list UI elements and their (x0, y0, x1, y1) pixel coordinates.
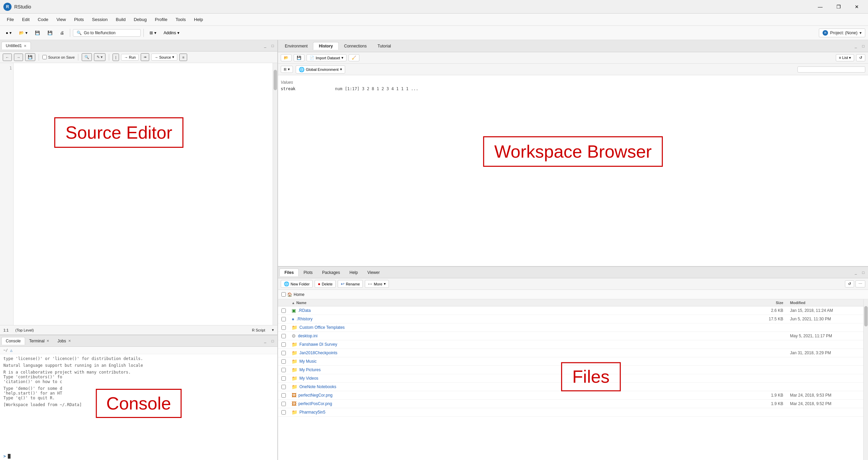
global-env-button[interactable]: 🌐 Global Environment ▾ (296, 65, 345, 74)
terminal-tab[interactable]: Terminal ✕ (25, 337, 53, 345)
file-checkbox-mypictures[interactable] (281, 368, 292, 372)
go-to-file-input[interactable]: 🔍 Go to file/function (73, 29, 141, 37)
run-button[interactable]: → Run (121, 54, 139, 61)
r-language-button[interactable]: R ▾ (281, 66, 293, 73)
file-checkbox-rhistory[interactable] (281, 317, 292, 321)
file-name-rhistory[interactable]: ● .Rhistory (292, 316, 756, 322)
list-view-button[interactable]: ≡ (179, 54, 187, 61)
files-more-button[interactable]: ⋯ (855, 280, 865, 287)
grid-button[interactable]: ⊞ ▾ (146, 29, 159, 37)
clear-workspace-button[interactable]: 🧹 (349, 54, 359, 61)
delete-button[interactable]: ● Delete (315, 280, 336, 288)
file-name-custom-office[interactable]: 📁 Custom Office Templates (292, 325, 756, 330)
files-scrollbar-thumb[interactable] (864, 306, 868, 326)
files-tab[interactable]: Files (279, 268, 299, 276)
file-checkbox-jan2018[interactable] (281, 351, 292, 355)
menu-view[interactable]: View (52, 16, 70, 23)
scope-level[interactable]: (Top Level) (15, 328, 34, 332)
files-scrollbar[interactable] (863, 299, 868, 460)
file-name-rdata[interactable]: ▣ .RData (292, 308, 756, 313)
save-button[interactable]: 💾 (32, 29, 43, 37)
file-checkbox-pharmacy5in5[interactable] (281, 410, 292, 415)
modified-col-header[interactable]: Modified (790, 301, 865, 305)
minimize-source-button[interactable]: _ (262, 42, 269, 49)
menu-code[interactable]: Code (34, 16, 52, 23)
file-checkbox-custom-office[interactable] (281, 325, 292, 330)
refresh-button[interactable]: ↺ (856, 54, 865, 61)
menu-debug[interactable]: Debug (130, 16, 151, 23)
print-button[interactable]: 🖨 (57, 29, 67, 37)
menu-build[interactable]: Build (112, 16, 130, 23)
source-button[interactable]: → Source ▾ (151, 54, 177, 61)
new-script-button[interactable]: ● ▾ (3, 29, 15, 37)
size-col-header[interactable]: Size (756, 301, 790, 305)
file-checkbox-mymusic[interactable] (281, 359, 292, 364)
maximize-button[interactable]: ❐ (831, 1, 846, 12)
minimize-files-button[interactable]: _ (852, 269, 859, 276)
source-on-save-label[interactable]: Source on Save (42, 55, 75, 59)
load-workspace-button[interactable]: 📂 (281, 54, 292, 61)
maximize-source-button[interactable]: □ (269, 42, 276, 49)
history-tab[interactable]: History (313, 42, 338, 50)
jobs-tab[interactable]: Jobs ✕ (53, 337, 75, 345)
source-tab-close[interactable]: ✕ (24, 44, 26, 48)
menu-plots[interactable]: Plots (70, 16, 88, 23)
script-type-chevron[interactable]: ▾ (272, 328, 274, 332)
code-tools-button[interactable]: ✎ ▾ (94, 53, 105, 61)
menu-profile[interactable]: Profile (151, 16, 172, 23)
source-tab-untitled1[interactable]: Untitled1 ✕ (1, 42, 31, 49)
list-view-button[interactable]: ≡ List ▾ (836, 54, 854, 61)
file-name-jan2018[interactable]: 📁 Jan2018Checkpoints (292, 350, 756, 356)
file-checkbox-rdata[interactable] (281, 308, 292, 313)
file-checkbox-fanshawe[interactable] (281, 342, 292, 347)
packages-tab[interactable]: Packages (317, 269, 345, 276)
close-button[interactable]: ✕ (849, 1, 865, 12)
back-button[interactable]: ← (3, 54, 12, 61)
maximize-workspace-button[interactable]: □ (860, 43, 867, 49)
file-checkbox-desktop-ini[interactable] (281, 334, 292, 338)
file-name-desktop-ini[interactable]: ⚙ desktop.ini (292, 333, 756, 339)
console-tab[interactable]: Console (1, 337, 25, 345)
file-name-onenote[interactable]: 📁 OneNote Notebooks (292, 384, 756, 389)
menu-edit[interactable]: Edit (18, 16, 34, 23)
project-badge[interactable]: R Project: (None) ▾ (819, 28, 865, 37)
env-row-streak[interactable]: streak num [1:17] 3 2 8 1 2 3 4 1 1 1 ..… (281, 85, 865, 92)
import-dataset-button[interactable]: 📄 Import Dataset ▾ (307, 54, 347, 61)
console-content[interactable]: type 'license()' or 'licence()' for dist… (0, 354, 277, 453)
save-workspace-button[interactable]: 💾 (294, 54, 304, 61)
terminal-tab-close[interactable]: ✕ (46, 339, 49, 343)
search-button[interactable]: 🔍 (82, 53, 92, 61)
editor-area[interactable]: Source Editor (14, 63, 273, 325)
source-save-button[interactable]: 💾 (25, 53, 35, 61)
menu-file[interactable]: File (3, 16, 18, 23)
maximize-console-button[interactable]: □ (269, 338, 276, 344)
source-scrollbar-thumb[interactable] (274, 70, 277, 90)
workspace-search[interactable] (797, 66, 865, 73)
forward-button[interactable]: → (14, 54, 23, 61)
name-col-header[interactable]: ▲ Name (292, 301, 756, 305)
minimize-button[interactable]: — (812, 1, 828, 12)
open-file-button[interactable]: 📂 ▾ (16, 29, 31, 37)
file-name-mypictures[interactable]: 📁 My Pictures (292, 367, 756, 373)
jobs-tab-close[interactable]: ✕ (68, 339, 71, 343)
new-folder-button[interactable]: 🌐 New Folder (281, 280, 313, 288)
select-all-checkbox[interactable] (281, 292, 286, 297)
file-name-mymusic[interactable]: 📁 My Music (292, 359, 756, 364)
file-name-myvideos[interactable]: 📁 My Videos (292, 376, 756, 381)
file-checkbox-perfectposcor[interactable] (281, 402, 292, 406)
menu-help[interactable]: Help (190, 16, 207, 23)
minimize-console-button[interactable]: _ (262, 338, 269, 344)
menu-tools[interactable]: Tools (172, 16, 190, 23)
file-checkbox-onenote[interactable] (281, 385, 292, 389)
plots-tab[interactable]: Plots (299, 269, 317, 276)
file-name-perfectposcor[interactable]: 🖼 perfectPosCor.png (292, 401, 756, 406)
home-label[interactable]: Home (294, 292, 304, 297)
file-name-pharmacy5in5[interactable]: 📁 Pharmacy5in5 (292, 409, 756, 415)
maximize-files-button[interactable]: □ (860, 269, 867, 276)
more-button[interactable]: ⋯ More ▾ (365, 280, 389, 288)
save-all-button[interactable]: 💾 (44, 29, 56, 37)
connections-tab[interactable]: Connections (339, 42, 372, 50)
addins-button[interactable]: Addins ▾ (161, 29, 183, 37)
viewer-tab[interactable]: Viewer (362, 269, 384, 276)
source-on-save-checkbox[interactable] (42, 55, 47, 59)
